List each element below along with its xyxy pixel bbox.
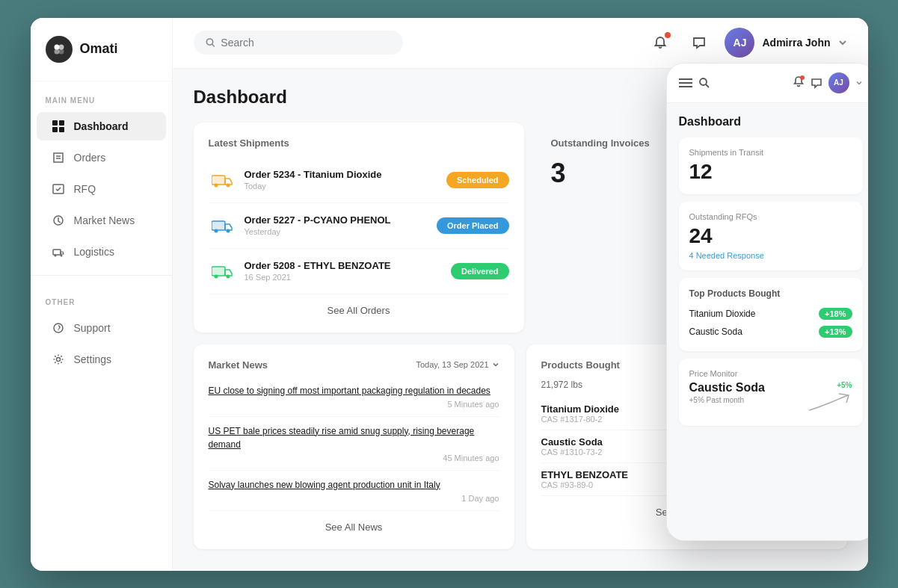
truck-icon-0: [209, 167, 236, 194]
news-date-filter[interactable]: Today, 13 Sep 2021: [416, 360, 499, 369]
svg-rect-7: [59, 127, 64, 132]
shipment-row-1: Order 5227 - P-CYANO PHENOL Yesterday Or…: [209, 203, 509, 249]
mobile-rfqs-label: Outstanding RFQs: [689, 212, 852, 221]
mobile-rfqs-needed: 4 Needed Response: [689, 251, 852, 260]
mobile-notification-dot: [800, 75, 805, 80]
mobile-product-row-0: Titanium Dioxide +18%: [689, 305, 852, 323]
search-input[interactable]: [221, 37, 390, 49]
settings-icon: [52, 353, 65, 366]
logo-text: Omati: [80, 41, 118, 57]
news-header: Market News Today, 13 Sep 2021: [209, 359, 499, 371]
mobile-price-monitor-card: Price Monitor Caustic Soda +5% Past mont…: [679, 359, 863, 426]
svg-point-26: [226, 229, 230, 232]
mobile-header-right-icons: AJ: [793, 72, 863, 93]
svg-point-30: [226, 274, 230, 278]
market-news-title: Market News: [209, 359, 268, 371]
shipment-name-0: Order 5234 - Titanium Dioxide: [245, 169, 437, 180]
svg-point-15: [54, 324, 63, 332]
sidebar-item-market-news[interactable]: Market News: [37, 206, 166, 235]
mobile-chevron-icon: [855, 79, 863, 87]
rfq-icon: [52, 182, 65, 196]
svg-point-17: [206, 39, 212, 45]
news-link-1[interactable]: US PET bale prices steadily rise amid sn…: [209, 424, 499, 451]
mobile-product-name-1: Caustic Soda: [689, 327, 742, 337]
mobile-menu-icon: [679, 77, 710, 89]
mobile-shipments-card: Shipments in Transit 12: [679, 137, 863, 194]
shipment-info-2: Order 5208 - ETHYL BENZOATE 16 Sep 2021: [245, 260, 442, 282]
svg-point-22: [226, 183, 230, 187]
shipment-info-1: Order 5227 - P-CYANO PHENOL Yesterday: [245, 214, 428, 236]
svg-rect-4: [52, 120, 58, 126]
mobile-price-sub: +5% Past month: [689, 396, 765, 404]
svg-rect-6: [52, 127, 58, 132]
mobile-rfqs-card: Outstanding RFQs 24 4 Needed Response: [679, 202, 863, 270]
svg-point-16: [56, 357, 60, 361]
bell-icon: [653, 36, 667, 49]
mobile-price-trend: +5%: [837, 381, 852, 389]
notification-dot: [665, 32, 671, 38]
mobile-preview: AJ Dashboard Shipments in Transit 12 Out…: [666, 63, 868, 541]
sidebar-settings-label: Settings: [74, 353, 112, 365]
sidebar-rfq-label: RFQ: [74, 183, 96, 195]
app-container: Omati MAIN MENU Dashboard: [31, 18, 868, 571]
mobile-avatar[interactable]: AJ: [828, 72, 849, 93]
sidebar-item-orders[interactable]: Orders: [37, 143, 166, 172]
truck-icon-2: [209, 258, 236, 285]
sidebar-item-settings[interactable]: Settings: [37, 345, 166, 374]
sidebar-item-rfq[interactable]: RFQ: [37, 175, 166, 203]
outstanding-invoices-card: Outstanding Invoices 3: [536, 123, 686, 332]
logistics-icon: [52, 245, 65, 259]
svg-point-25: [214, 229, 218, 232]
svg-point-34: [700, 78, 707, 85]
sidebar-item-logistics[interactable]: Logistics: [37, 238, 166, 266]
shipment-name-1: Order 5227 - P-CYANO PHENOL: [245, 214, 428, 226]
messages-button[interactable]: [686, 29, 713, 56]
svg-point-21: [214, 183, 218, 187]
svg-point-3: [58, 49, 64, 54]
mobile-message-icon[interactable]: [811, 77, 822, 89]
news-time-0: 5 Minutes ago: [209, 400, 499, 409]
sidebar-support-label: Support: [74, 322, 111, 334]
mobile-shipments-label: Shipments in Transit: [689, 148, 852, 157]
mobile-products-card: Top Products Bought Titanium Dioxide +18…: [679, 278, 863, 351]
logo-area: Omati: [31, 18, 172, 81]
search-bar[interactable]: [194, 31, 403, 55]
dashboard-icon: [52, 120, 65, 133]
shipment-date-0: Today: [245, 182, 437, 191]
market-news-card: Market News Today, 13 Sep 2021 EU close …: [194, 344, 514, 549]
latest-shipments-card: Latest Shipments Ord: [194, 123, 524, 332]
svg-point-13: [54, 254, 56, 256]
notifications-button[interactable]: [647, 29, 674, 56]
shipment-row-2: Order 5208 - ETHYL BENZOATE 16 Sep 2021 …: [209, 249, 509, 294]
latest-shipments-title: Latest Shipments: [209, 137, 509, 149]
svg-line-35: [706, 84, 709, 87]
shipment-date-2: 16 Sep 2021: [245, 273, 442, 282]
svg-rect-23: [212, 221, 225, 230]
price-chart-svg: [808, 389, 852, 415]
mobile-search-icon[interactable]: [698, 77, 710, 89]
mobile-price-product: Caustic Soda: [689, 381, 765, 394]
user-profile[interactable]: AJ Admirra John: [725, 28, 846, 58]
hamburger-icon[interactable]: [679, 78, 692, 88]
mobile-product-name-0: Titanium Dioxide: [689, 309, 756, 319]
mobile-notifications-btn[interactable]: [793, 75, 805, 90]
see-all-orders-link[interactable]: See All Orders: [209, 294, 509, 318]
see-all-news-link[interactable]: See All News: [209, 511, 499, 534]
support-icon: [52, 321, 65, 335]
sidebar-logistics-label: Logistics: [74, 246, 114, 258]
news-link-2[interactable]: Solvay launches new blowing agent produc…: [209, 478, 499, 492]
sidebar-item-support[interactable]: Support: [37, 314, 166, 342]
outstanding-invoices-number: 3: [551, 158, 671, 189]
logo-icon: [46, 36, 73, 63]
news-time-1: 45 Minutes ago: [209, 454, 499, 462]
news-time-2: 1 Day ago: [209, 494, 499, 503]
truck-icon-1: [209, 212, 236, 239]
svg-point-0: [54, 44, 59, 49]
mobile-shipments-number: 12: [689, 160, 852, 184]
shipment-info-0: Order 5234 - Titanium Dioxide Today: [245, 169, 437, 191]
svg-rect-12: [53, 250, 61, 255]
news-link-0[interactable]: EU close to signing off most important p…: [209, 384, 499, 397]
svg-rect-27: [212, 267, 225, 276]
shipment-badge-1: Order Placed: [437, 217, 508, 234]
sidebar-item-dashboard[interactable]: Dashboard: [37, 112, 166, 140]
